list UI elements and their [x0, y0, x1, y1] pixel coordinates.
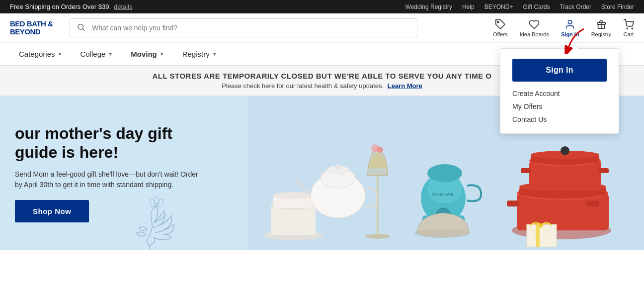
promo-bar: Free Shipping on Orders Over $39. detail… — [10, 3, 133, 10]
promo-text: Free Shipping on Orders Over $39. — [10, 3, 111, 10]
svg-text:KitchenAid: KitchenAid — [432, 192, 453, 197]
svg-point-2 — [497, 21, 499, 23]
chevron-down-icon: ▼ — [108, 51, 113, 57]
shop-now-button[interactable]: Shop Now — [15, 200, 89, 222]
learn-more-link[interactable]: Learn More — [388, 82, 422, 90]
idea-boards-label: Idea Boards — [520, 31, 549, 37]
contact-us-link[interactable]: Contact Us — [512, 115, 607, 123]
svg-point-50 — [539, 223, 543, 227]
gift-icon — [596, 19, 607, 30]
svg-point-0 — [78, 24, 83, 30]
nav-registry[interactable]: Registry ▼ — [173, 43, 226, 65]
svg-rect-48 — [527, 224, 557, 247]
top-nav-help[interactable]: Help — [462, 3, 475, 10]
logo[interactable]: BED BATH & BEYOND — [10, 20, 60, 36]
dropdown-sign-in-button[interactable]: Sign In — [512, 59, 607, 82]
svg-point-6 — [627, 28, 628, 29]
create-account-link[interactable]: Create Account — [512, 90, 607, 98]
nav-categories[interactable]: Categories ▼ — [10, 43, 71, 65]
chevron-down-icon: ▼ — [212, 51, 217, 57]
arrow-annotation — [559, 24, 589, 55]
nav-college[interactable]: College ▼ — [71, 43, 122, 65]
offers-label: Offers — [493, 31, 508, 37]
nav-moving[interactable]: Moving ▼ — [122, 43, 173, 65]
logo-text: BED BATH & BEYOND — [10, 20, 60, 36]
top-nav-store[interactable]: Store Finder — [601, 3, 634, 10]
dropdown-links: Create Account My Offers Contact Us — [512, 90, 607, 123]
top-bar: Free Shipping on Orders Over $39. detail… — [0, 0, 644, 13]
svg-point-45 — [561, 146, 569, 155]
svg-point-14 — [273, 192, 313, 199]
top-nav-track[interactable]: Track Order — [560, 3, 591, 10]
top-nav-giftcards[interactable]: Gift Cards — [523, 3, 550, 10]
registry-label: Registry — [591, 31, 611, 37]
svg-rect-47 — [599, 168, 609, 173]
top-nav-beyond[interactable]: BEYOND+ — [484, 3, 513, 10]
promo-details-link[interactable]: details — [114, 3, 133, 10]
top-nav-wedding[interactable]: Wedding Registry — [405, 3, 453, 10]
hero-body: Send Mom a feel-good gift she'll love—bu… — [15, 169, 204, 190]
chevron-down-icon: ▼ — [58, 51, 63, 57]
svg-rect-39 — [586, 201, 599, 206]
svg-point-3 — [568, 20, 572, 23]
top-nav-links: Wedding Registry Help BEYOND+ Gift Cards… — [405, 3, 634, 10]
svg-point-7 — [632, 28, 633, 29]
svg-point-29 — [417, 229, 469, 237]
heart-icon — [529, 19, 540, 30]
search-bar — [70, 18, 417, 37]
header: BED BATH & BEYOND Offers Idea Boards — [0, 13, 644, 43]
svg-rect-11 — [271, 205, 316, 235]
svg-point-22 — [335, 164, 340, 169]
svg-rect-46 — [521, 168, 531, 173]
svg-rect-38 — [507, 201, 519, 206]
chevron-down-icon: ▼ — [160, 51, 164, 57]
cart-icon — [623, 19, 634, 30]
svg-rect-49 — [536, 224, 540, 247]
registry-icon-item[interactable]: Registry — [591, 19, 611, 37]
idea-boards-icon-item[interactable]: Idea Boards — [520, 19, 549, 37]
account-dropdown-menu: Sign In Create Account My Offers Contact… — [500, 48, 619, 134]
svg-point-18 — [377, 147, 383, 153]
hero-content: our mother's day gift guide is here! Sen… — [15, 124, 204, 222]
svg-point-27 — [427, 164, 462, 182]
tag-icon — [495, 19, 506, 30]
search-icon — [77, 23, 85, 33]
hero-title: our mother's day gift guide is here! — [15, 124, 204, 162]
svg-point-16 — [365, 234, 390, 239]
cart-icon-item[interactable]: Cart — [623, 19, 634, 37]
account-dropdown: Sign In Create Account My Offers Contact… — [500, 48, 644, 134]
search-input[interactable] — [70, 18, 417, 37]
cart-label: Cart — [624, 31, 634, 37]
offers-icon-item[interactable]: Offers — [493, 19, 508, 37]
svg-line-1 — [82, 29, 84, 31]
my-offers-link[interactable]: My Offers — [512, 102, 607, 110]
